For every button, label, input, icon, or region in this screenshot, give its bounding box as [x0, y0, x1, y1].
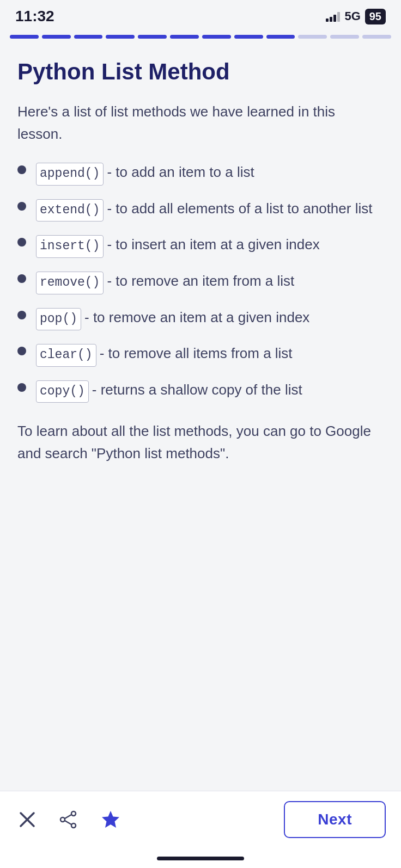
method-desc: - to remove an item at a given index: [84, 306, 309, 328]
progress-filled-2: [42, 35, 71, 39]
close-icon: [19, 811, 36, 828]
method-code: remove(): [36, 272, 104, 294]
status-time: 11:32: [15, 8, 54, 25]
progress-empty-3: [362, 35, 391, 39]
method-desc: - to remove an item from a list: [107, 270, 294, 292]
network-label: 5G: [344, 9, 360, 23]
method-desc: - to add all elements of a list to anoth…: [107, 198, 372, 219]
bullet-icon: [17, 202, 26, 211]
status-right: 5G 95: [326, 9, 386, 24]
svg-line-5: [65, 815, 71, 818]
bullet-icon: [17, 165, 26, 174]
svg-point-4: [71, 823, 76, 828]
progress-empty-1: [298, 35, 327, 39]
progress-filled-9: [266, 35, 295, 39]
progress-bar: [0, 30, 401, 43]
method-code: insert(): [36, 235, 104, 258]
bullet-icon: [17, 311, 26, 319]
progress-filled-6: [170, 35, 199, 39]
bookmark-button[interactable]: [97, 806, 124, 833]
progress-empty-2: [330, 35, 359, 39]
svg-point-3: [60, 817, 65, 822]
progress-filled-7: [202, 35, 231, 39]
progress-filled-8: [234, 35, 263, 39]
next-button[interactable]: Next: [284, 801, 386, 838]
method-desc: - to remove all items from a list: [100, 342, 293, 364]
progress-filled-3: [74, 35, 103, 39]
list-item: copy() - returns a shallow copy of the l…: [17, 379, 384, 403]
methods-list: append() - to add an item to a list exte…: [17, 161, 384, 403]
svg-line-6: [65, 821, 71, 824]
method-desc: - to add an item to a list: [107, 161, 254, 183]
battery-indicator: 95: [365, 9, 386, 24]
list-item: remove() - to remove an item from a list: [17, 270, 384, 294]
method-code: copy(): [36, 380, 89, 403]
method-code: clear(): [36, 344, 96, 367]
toolbar-left: [15, 806, 124, 833]
method-code: append(): [36, 163, 104, 186]
method-code: extend(): [36, 199, 104, 222]
svg-marker-7: [102, 811, 119, 828]
bottom-toolbar: Next: [0, 791, 401, 851]
svg-point-2: [71, 811, 76, 816]
bullet-icon: [17, 347, 26, 355]
method-desc: - to insert an item at a given index: [107, 233, 319, 255]
star-icon: [100, 809, 121, 830]
main-content: Python List Method Here's a list of list…: [0, 43, 401, 791]
home-indicator: [0, 851, 401, 868]
page-title: Python List Method: [17, 58, 384, 85]
progress-filled-1: [10, 35, 39, 39]
list-item: clear() - to remove all items from a lis…: [17, 342, 384, 367]
method-code: pop(): [36, 308, 81, 331]
home-bar: [157, 857, 244, 860]
progress-filled-4: [106, 35, 135, 39]
share-button[interactable]: [56, 807, 81, 832]
outro-text: To learn about all the list methods, you…: [17, 420, 384, 464]
close-button[interactable]: [15, 808, 39, 832]
method-desc: - returns a shallow copy of the list: [92, 379, 302, 401]
list-item: insert() - to insert an item at a given …: [17, 233, 384, 258]
status-bar: 11:32 5G 95: [0, 0, 401, 30]
progress-filled-5: [138, 35, 167, 39]
share-icon: [59, 810, 77, 829]
signal-icon: [326, 11, 340, 22]
list-item: extend() - to add all elements of a list…: [17, 198, 384, 222]
list-item: pop() - to remove an item at a given ind…: [17, 306, 384, 331]
bullet-icon: [17, 274, 26, 283]
bullet-icon: [17, 238, 26, 247]
bullet-icon: [17, 383, 26, 392]
intro-text: Here's a list of list methods we have le…: [17, 101, 384, 145]
list-item: append() - to add an item to a list: [17, 161, 384, 186]
